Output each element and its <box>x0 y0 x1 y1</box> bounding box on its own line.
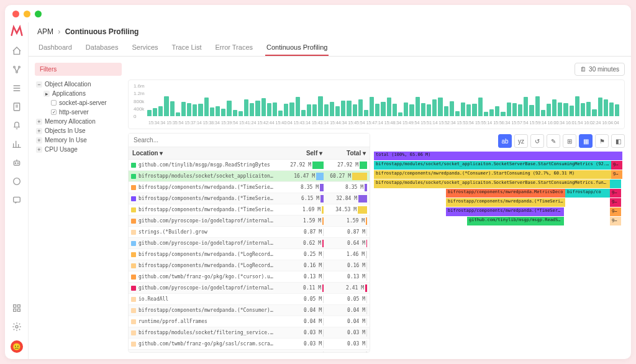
chart-bar[interactable] <box>261 98 266 116</box>
table-row[interactable]: bifrostapp/components/mwredpanda.(*LogRe… <box>129 350 370 352</box>
chart-bar[interactable] <box>324 104 329 116</box>
table-row[interactable]: github.com/tinylib/msgp/msgp.ReadStringB… <box>129 160 370 171</box>
chart-bar[interactable] <box>472 104 476 116</box>
table-row[interactable]: github.com/pyroscope-io/godeltaprof/inte… <box>129 238 370 249</box>
chart-bar[interactable] <box>353 104 357 116</box>
chart-bar[interactable] <box>284 104 288 116</box>
checkbox[interactable] <box>51 100 57 106</box>
chart-bar[interactable] <box>250 103 254 116</box>
chart-bar[interactable] <box>216 106 220 116</box>
flame-span[interactable] <box>565 198 610 207</box>
chart-bar[interactable] <box>393 104 397 116</box>
bell-icon[interactable] <box>12 121 22 130</box>
flame-span[interactable]: bifrostapp/co <box>565 189 610 198</box>
table-row[interactable]: bifrostapp/modules/socket/filtering_serv… <box>129 327 370 339</box>
chart-bar[interactable] <box>330 102 334 116</box>
table-row[interactable]: bifrostapp/components/mwredpanda.(*Consu… <box>129 305 370 316</box>
chart-bar[interactable] <box>398 112 402 116</box>
message-icon[interactable] <box>12 195 22 205</box>
circle-icon[interactable] <box>12 176 22 186</box>
flame-span[interactable]: git <box>610 217 621 225</box>
expand-toggle-icon[interactable]: ▸ <box>43 91 50 97</box>
chart-bar[interactable] <box>604 99 608 116</box>
flame-span[interactable] <box>564 207 610 216</box>
chart-bar[interactable] <box>193 104 197 116</box>
chart-bar[interactable] <box>518 104 522 116</box>
table-row[interactable]: bifrostapp/modules/socket/socket_applica… <box>129 171 370 182</box>
user-avatar[interactable]: 😐 <box>11 340 23 353</box>
chart-bar[interactable] <box>181 102 186 116</box>
flame-tool-button[interactable]: ↺ <box>530 134 544 148</box>
flame-span[interactable]: bifrostapp/components/mwredpanda.(*Consu… <box>374 170 611 179</box>
chart-bar[interactable] <box>147 110 152 116</box>
filter-node[interactable]: ▸Applications <box>36 89 120 98</box>
chart-bar[interactable] <box>512 103 517 116</box>
chart-bar[interactable] <box>153 108 157 116</box>
home-icon[interactable] <box>12 46 22 56</box>
chart-bar[interactable] <box>552 99 556 116</box>
chart-bar[interactable] <box>478 98 483 116</box>
chart-bar[interactable] <box>541 110 545 116</box>
flame-span[interactable]: git <box>611 170 622 179</box>
flame-span[interactable] <box>374 189 446 198</box>
chart-bar[interactable] <box>233 110 237 116</box>
flame-span[interactable]: git <box>610 198 621 207</box>
tab-error-traces[interactable]: Error Traces <box>214 40 255 56</box>
expand-toggle-icon[interactable]: + <box>36 147 42 153</box>
chart-bar[interactable] <box>255 101 260 116</box>
tab-databases[interactable]: Databases <box>84 40 120 56</box>
table-row[interactable]: runtime/pprof.allFrames0.04 M0.04 M <box>129 316 370 327</box>
chart-bar[interactable] <box>164 96 168 116</box>
column-header-location[interactable]: Location ▾ <box>129 147 283 159</box>
tab-dashboard[interactable]: Dashboard <box>37 40 73 56</box>
flame-tool-button[interactable]: ◧ <box>611 134 625 148</box>
chart-bar[interactable] <box>301 110 306 116</box>
chart-bar[interactable] <box>198 104 202 116</box>
minimize-window-button[interactable] <box>24 11 30 17</box>
flame-span[interactable] <box>610 180 621 188</box>
timeline-chart[interactable]: 1.6m1.2m800k400k0 15:34:3415:35:5415:37:… <box>128 80 625 129</box>
chart-bar[interactable] <box>375 104 379 116</box>
chart-bar[interactable] <box>421 103 425 116</box>
chart-bar[interactable] <box>289 102 294 116</box>
chart-bar[interactable] <box>341 101 345 116</box>
chart-bar[interactable] <box>444 106 448 116</box>
search-input[interactable] <box>129 134 370 147</box>
table-row[interactable]: strings.(*Builder).grow0.87 M0.87 M <box>129 227 370 238</box>
chart-bar[interactable] <box>296 97 300 116</box>
flame-span[interactable]: git <box>611 161 622 170</box>
chart-icon[interactable] <box>12 139 22 149</box>
table-row[interactable]: bifrostapp/components/mwredpanda.(*TimeS… <box>129 182 370 193</box>
chart-bar[interactable] <box>484 112 488 116</box>
flame-tool-button[interactable]: yz <box>514 134 528 148</box>
checkbox[interactable]: ✓ <box>51 109 57 115</box>
tab-services[interactable]: Services <box>130 40 159 56</box>
chart-bar[interactable] <box>358 99 363 116</box>
flame-span[interactable] <box>374 207 446 216</box>
table-row[interactable]: bifrostapp/components/mwredpanda.(*TimeS… <box>129 193 370 204</box>
table-row[interactable]: github.com/twmb/franz-go/pkg/kgo.(*curso… <box>129 271 370 283</box>
chart-bar[interactable] <box>381 102 385 116</box>
flame-span[interactable]: total (100%, 65.06 M) <box>374 152 622 160</box>
flame-span[interactable] <box>564 217 610 225</box>
chart-bar[interactable] <box>387 98 391 116</box>
flame-span[interactable]: github.com/tinylib/msgp/msgp.ReadStringB… <box>467 217 564 225</box>
tab-continuous-profiling[interactable]: Continuous Profiling <box>265 40 329 56</box>
chart-bar[interactable] <box>409 104 414 116</box>
filter-node[interactable]: socket-api-server <box>36 98 120 107</box>
flame-span[interactable]: bifrostapp/components/mwredpanda.(*TimeS… <box>446 207 564 216</box>
table-row[interactable]: bifrostapp/components/mwredpanda.(*LogRe… <box>129 249 370 260</box>
chart-bar[interactable] <box>461 102 465 116</box>
chart-bar[interactable] <box>466 104 471 116</box>
chart-bar[interactable] <box>170 101 175 116</box>
chart-bar[interactable] <box>267 103 271 116</box>
list-icon[interactable] <box>12 83 22 93</box>
flame-span[interactable]: git <box>610 189 621 198</box>
chart-bar[interactable] <box>598 98 602 116</box>
chart-bar[interactable] <box>187 103 191 116</box>
filter-node[interactable]: +Memory Allocation <box>36 117 120 126</box>
table-row[interactable]: github.com/pyroscope-io/godeltaprof/inte… <box>129 283 370 294</box>
chart-bar[interactable] <box>575 96 579 116</box>
filter-node[interactable]: −Object Allocation <box>36 80 120 89</box>
chart-bar[interactable] <box>615 104 619 116</box>
